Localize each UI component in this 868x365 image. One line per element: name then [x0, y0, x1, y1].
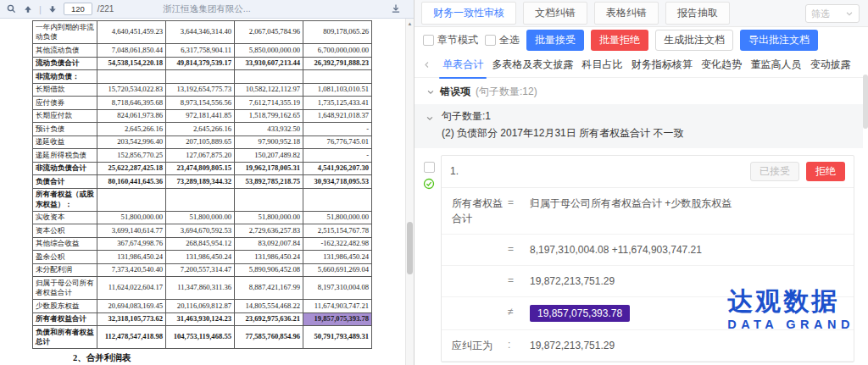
cell-value: 8,718,646,395.68: [97, 97, 166, 110]
panel-scrollbar-thumb[interactable]: [863, 75, 868, 129]
cell-value: 972,181,441.85: [166, 109, 235, 123]
cell-value: 7,373,420,540.40: [97, 263, 166, 277]
accepted-check-icon: [423, 178, 435, 190]
cell-value: 6,700,000,000.00: [303, 44, 372, 58]
table-row: 少数股东权益20,694,083,169.4520,116,069,812.87…: [33, 300, 372, 313]
viewer-scrollbar[interactable]: ▲: [405, 19, 414, 365]
page-down-icon[interactable]: [47, 3, 58, 15]
sub-tab[interactable]: 变化趋势: [696, 58, 747, 72]
document-page[interactable]: 一年内到期的非流动负债4,640,451,459.233,644,346,314…: [0, 19, 405, 365]
batch-reject-button[interactable]: 批量拒绝: [591, 30, 648, 51]
select-all-checkbox[interactable]: 全选: [485, 33, 520, 47]
cell-value: 10,582,122,112.97: [235, 83, 303, 97]
cell-value: 824,061,973.86: [97, 109, 166, 123]
cell-value: 97,900,952.18: [235, 135, 303, 149]
cell-value: 19,962,178,005.31: [235, 162, 303, 175]
sub-tab[interactable]: 变动披露: [805, 58, 856, 72]
cell-value: 53,892,785,218.75: [235, 175, 303, 189]
table-row: 预计负债2,645,266.162,645,266.16433,932.50-: [33, 123, 372, 136]
generate-annotated-doc-button[interactable]: 生成批注文档: [655, 30, 733, 51]
cell-value: [235, 188, 303, 211]
sub-tab[interactable]: 多表格及表文披露: [492, 58, 573, 72]
equation-row: 所有者权益合计 = 归属于母公司所有者权益合计 +少数股东权益: [442, 188, 854, 235]
equation-operator: ≠: [508, 305, 530, 318]
cell-value: -: [303, 149, 372, 163]
top-tab-label: 财务一致性审核: [433, 7, 504, 19]
cell-value: 127,067,875.20: [166, 149, 235, 163]
table-row: 资本公积3,699,140,614.773,694,670,592.532,72…: [33, 224, 372, 238]
findings-list: 错误项 (句子数量:12) 句子数量:1 (2) 负债部分 2017年12月31…: [415, 79, 863, 365]
download-icon[interactable]: [390, 3, 402, 14]
row-label: 非流动负债：: [33, 70, 97, 84]
equation-row: = 8,197,310,004.08 +11,674,903,747.21: [442, 235, 854, 266]
row-label: 递延收益: [33, 135, 97, 149]
scroll-up-arrow-icon[interactable]: ▲: [406, 19, 414, 29]
batch-accept-button[interactable]: 批量接受: [526, 30, 584, 51]
cell-value: 8,887,421,167.99: [235, 277, 303, 300]
cell-value: [235, 70, 303, 84]
cell-value: 5,660,691,269.04: [303, 263, 372, 277]
top-tab[interactable]: 报告抽取: [665, 2, 730, 25]
finding-checkbox[interactable]: [424, 162, 435, 173]
panel-scrollbar[interactable]: [863, 0, 868, 365]
row-label: 少数股东权益: [33, 300, 97, 313]
row-label: 实收资本: [33, 211, 97, 224]
cell-value: 33,930,607,213.44: [235, 57, 303, 70]
subtabs-prev-icon[interactable]: [420, 59, 434, 71]
viewer-scrollbar-thumb[interactable]: [407, 222, 413, 274]
sub-tab-label: 董监高人员: [750, 58, 801, 70]
cell-value: 2,067,045,784.96: [235, 21, 303, 44]
row-label: 归属于母公司所有者权益合计: [33, 277, 97, 300]
sub-tab[interactable]: 董监高人员: [750, 58, 801, 72]
cell-value: 73,289,189,344.32: [166, 175, 235, 189]
table-row: 未分配利润7,373,420,540.407,200,557,314.475,8…: [33, 263, 372, 277]
page-number-input[interactable]: [64, 3, 92, 15]
accepted-button[interactable]: 已接受: [750, 162, 799, 181]
checkbox-icon[interactable]: [485, 35, 496, 46]
finding-card-header: 1. 已接受 拒绝: [442, 156, 854, 188]
cell-value: [166, 70, 235, 84]
error-group-count: (句子数量:12): [476, 85, 537, 99]
filter-dropdown[interactable]: 筛选: [805, 4, 860, 23]
cell-value: 4,640,451,459.23: [97, 21, 166, 44]
sub-tab-label: 财务指标核算: [632, 58, 693, 70]
row-label: 长期应付款: [33, 109, 97, 123]
top-tab[interactable]: 表格纠错: [594, 2, 659, 25]
checkbox-icon[interactable]: [423, 35, 434, 46]
sub-tab[interactable]: 财务指标核算: [632, 58, 693, 72]
table-row: 递延收益203,542,996.40207,105,889.6597,900,9…: [33, 135, 372, 149]
top-tab-label: 文档纠错: [535, 7, 576, 19]
cell-value: 131,986,450.24: [97, 251, 166, 264]
row-label: 盈余公积: [33, 251, 97, 264]
finding-item-expanded-header[interactable]: 句子数量:1 (2) 负债部分 2017年12月31日 所有者权益合计 不一致: [415, 104, 863, 148]
cell-value: 131,986,450.24: [235, 251, 303, 264]
sub-tab[interactable]: 科目占比: [576, 58, 627, 72]
chevron-down-icon: [845, 9, 854, 18]
toolbar-divider: |: [39, 4, 42, 14]
top-tab[interactable]: 财务一致性审核: [421, 2, 516, 25]
cell-value: 2,729,636,257.83: [235, 224, 303, 238]
page-up-icon[interactable]: [22, 3, 34, 15]
sub-tab[interactable]: 单表合计: [437, 58, 488, 72]
cell-value: 8,197,310,004.08: [303, 277, 372, 300]
sub-tab-label: 多表格及表文披露: [492, 58, 573, 70]
chapter-mode-label: 章节模式: [437, 33, 478, 47]
equation-row: 应纠正为 : 19,872,213,751.29: [442, 330, 854, 362]
cell-value: 203,542,996.40: [97, 135, 166, 149]
app-window: | /221 浙江恒逸集团有限公... 一年内到期的非流动负债4,640,451…: [0, 0, 868, 365]
cell-value: 2,515,154,767.78: [303, 224, 372, 238]
chapter-mode-checkbox[interactable]: 章节模式: [423, 33, 478, 47]
equation-operator: =: [508, 242, 530, 255]
top-tab-label: 报告抽取: [677, 7, 718, 19]
cell-value: 14,805,554,468.22: [235, 300, 303, 313]
cell-value: 1,648,921,018.37: [303, 109, 372, 123]
cell-value: 50,791,793,489.31: [303, 326, 372, 349]
top-tab[interactable]: 文档纠错: [523, 2, 587, 25]
search-icon[interactable]: [5, 3, 17, 15]
cell-value: 51,800,000.00: [166, 211, 235, 224]
row-label: 资本公积: [33, 224, 97, 238]
cell-value: 112,478,547,418.98: [97, 326, 166, 349]
error-group-header[interactable]: 错误项 (句子数量:12): [415, 79, 863, 104]
export-annotated-doc-button[interactable]: 导出批注文档: [740, 30, 818, 51]
reject-button[interactable]: 拒绝: [806, 162, 845, 181]
